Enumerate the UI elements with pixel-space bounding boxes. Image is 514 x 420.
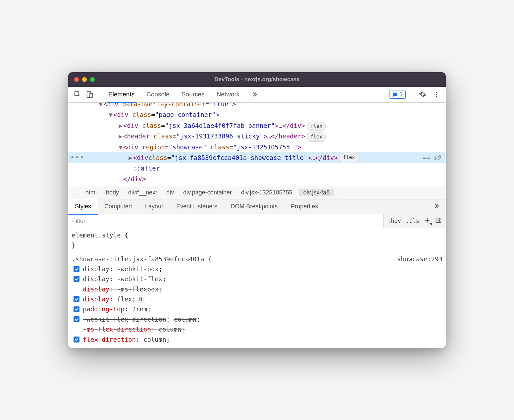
window-title: DevTools - nextjs.org/showcase (68, 76, 446, 83)
svg-point-4 (436, 92, 437, 93)
svg-rect-3 (393, 93, 397, 96)
svg-rect-9 (141, 297, 142, 299)
subtabs-overflow-icon[interactable] (427, 203, 446, 211)
svg-rect-11 (139, 299, 140, 301)
collapse-icon[interactable]: ▶ (118, 120, 123, 131)
breadcrumb-item-html[interactable]: html (81, 189, 101, 196)
property-toggle-checkbox[interactable] (74, 316, 79, 322)
tab-sources[interactable]: Sources (176, 86, 211, 102)
property-toggle-checkbox[interactable] (74, 337, 79, 342)
tab-elements[interactable]: Elements (102, 86, 140, 102)
expand-icon[interactable]: ▼ (118, 142, 123, 152)
toggle-cls[interactable]: .cls (406, 218, 419, 224)
tabs-overflow-icon[interactable] (245, 86, 264, 102)
tab-console[interactable]: Console (140, 86, 176, 102)
issues-count: 1 (400, 91, 403, 98)
css-property-row[interactable]: display: -webkit-flex; (72, 274, 442, 284)
styles-panel: element.style { } showcase:293 .showcase… (68, 228, 446, 348)
svg-rect-0 (75, 92, 79, 96)
new-style-rule-icon[interactable] (424, 217, 431, 225)
rule-selector: element.style { (72, 232, 128, 239)
styles-tabs: Styles Computed Layout Event Listeners D… (68, 199, 446, 214)
dom-node[interactable]: ▶<div class="jsx-3a64d1ae4f0f7fab banner… (68, 120, 446, 131)
minimize-icon[interactable] (82, 77, 87, 82)
breadcrumb-overflow-right[interactable]: … (334, 189, 345, 196)
rule-selector: .showcase-title.jsx-fa8539efcca401a { (72, 255, 212, 263)
rule-element-style[interactable]: element.style { } (68, 230, 446, 250)
main-tabs: Elements Console Sources Network (102, 86, 389, 102)
collapse-icon[interactable]: ▶ (118, 131, 123, 141)
svg-rect-2 (90, 94, 92, 98)
separator (68, 252, 446, 252)
css-property-row[interactable]: display: -webkit-box; (72, 264, 442, 274)
dom-node[interactable]: ▼<div class="page-container"> (68, 109, 446, 120)
node-actions-icon[interactable]: ••• (70, 151, 84, 164)
property-toggle-checkbox[interactable] (74, 266, 79, 272)
breadcrumb-item-next[interactable]: div#__next (124, 189, 162, 196)
collapse-icon[interactable]: ▶ (128, 152, 133, 163)
subtab-event-listeners[interactable]: Event Listeners (170, 199, 224, 214)
dom-pseudo[interactable]: ::after (68, 163, 446, 174)
dom-node[interactable]: ▼<div region="showcase" class="jsx-13251… (68, 142, 446, 152)
property-text: display: -webkit-flex; (83, 274, 166, 284)
property-text: -webkit-flex-direction: column; (83, 314, 200, 324)
subtab-styles[interactable]: Styles (68, 199, 98, 214)
close-icon[interactable] (74, 77, 79, 82)
zoom-icon[interactable] (90, 77, 95, 82)
flex-pill[interactable]: flex (340, 153, 358, 162)
flexbox-editor-icon[interactable] (138, 296, 145, 302)
expand-icon[interactable]: ▼ (98, 103, 103, 109)
subtab-properties[interactable]: Properties (284, 199, 325, 214)
property-text: padding-top: 2rem; (83, 304, 151, 314)
separator (411, 90, 411, 99)
css-property-row[interactable]: -ms-flex-direction: column; (72, 324, 442, 334)
css-property-row[interactable]: display: flex; (72, 294, 442, 304)
subtab-layout[interactable]: Layout (138, 199, 170, 214)
dom-node-selected[interactable]: ••• ▶<div class="jsx-fa8539efcca401a sho… (68, 152, 446, 163)
devtools-window: DevTools - nextjs.org/showcase Elements … (68, 72, 446, 348)
css-property-row[interactable]: padding-top: 2rem; (72, 304, 442, 314)
dom-node[interactable]: ▼<div data-overlay-container="true"> (68, 103, 446, 109)
property-toggle-checkbox[interactable] (74, 306, 79, 312)
separator (99, 90, 99, 99)
breadcrumb-item-page-container[interactable]: div.page-container (179, 189, 236, 196)
flex-pill[interactable]: flex (307, 132, 326, 142)
rule-showcase-title[interactable]: showcase:293 .showcase-title.jsx-fa8539e… (68, 254, 446, 345)
breadcrumb-item-div[interactable]: div (162, 189, 179, 196)
property-text: display: flex; (83, 294, 136, 304)
css-property-row[interactable]: -webkit-flex-direction: column; (72, 314, 442, 324)
expand-icon[interactable]: ▼ (108, 109, 113, 120)
property-text: -ms-flex-direction: column; (83, 324, 185, 334)
subtab-dom-breakpoints[interactable]: DOM Breakpoints (224, 199, 284, 214)
css-property-row[interactable]: display: -ms-flexbox; (72, 284, 442, 294)
gear-icon[interactable] (418, 90, 427, 99)
breadcrumb-overflow-left[interactable]: … (68, 189, 81, 196)
svg-rect-13 (143, 299, 143, 301)
issues-badge[interactable]: 1 (389, 90, 406, 99)
styles-filter-input[interactable] (68, 218, 383, 225)
dom-node[interactable]: ▶<header class="jsx-1931733896 sticky">…… (68, 131, 446, 142)
dom-tree[interactable]: ▼<div data-overlay-container="true"> ▼<d… (68, 103, 446, 186)
breadcrumb-item-body[interactable]: body (101, 189, 124, 196)
svg-rect-12 (141, 299, 142, 301)
property-toggle-checkbox[interactable] (74, 276, 79, 282)
inspect-icon[interactable] (73, 90, 82, 99)
toggle-panel-icon[interactable] (435, 217, 442, 225)
device-toggle-icon[interactable] (85, 90, 94, 99)
breadcrumb-item-jsx[interactable]: div.jsx-1325105755. (236, 189, 299, 196)
property-text: display: -ms-flexbox; (83, 284, 162, 294)
css-property-row[interactable]: flex-direction: column; (72, 335, 442, 344)
property-toggle-checkbox[interactable] (74, 296, 79, 302)
rule-source-link[interactable]: showcase:293 (397, 254, 442, 264)
flex-pill[interactable]: flex (307, 122, 326, 131)
dom-node-close[interactable]: </div> (68, 174, 446, 184)
tab-network[interactable]: Network (211, 86, 246, 102)
main-toolbar: Elements Console Sources Network 1 (68, 87, 446, 103)
toggle-hov[interactable]: :hov (387, 218, 401, 224)
breadcrumb-item-selected[interactable]: div.jsx-fa8 (299, 189, 334, 196)
titlebar: DevTools - nextjs.org/showcase (68, 72, 446, 87)
svg-point-6 (436, 96, 437, 97)
kebab-icon[interactable] (432, 90, 441, 99)
property-text: display: -webkit-box; (83, 264, 162, 274)
subtab-computed[interactable]: Computed (98, 199, 138, 214)
